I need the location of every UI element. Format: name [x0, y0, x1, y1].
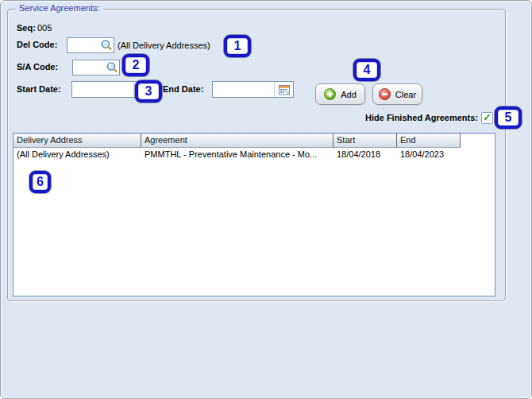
annotation-badge-5: 5 [495, 107, 522, 129]
column-header-agreement[interactable]: Agreement [141, 134, 333, 148]
start-date-label: Start Date: [17, 84, 61, 94]
end-date-field[interactable] [212, 81, 294, 98]
sa-code-label: S/A Code: [17, 62, 58, 72]
end-date-label: End Date: [163, 84, 203, 94]
column-header-end[interactable]: End [397, 134, 461, 148]
start-date-input[interactable] [72, 82, 133, 97]
search-icon[interactable] [99, 38, 114, 52]
clear-button[interactable]: Clear [372, 83, 422, 105]
annotation-badge-1: 1 [224, 35, 251, 57]
cell-start-date: 18/04/2018 [333, 148, 397, 162]
sa-code-input[interactable] [73, 60, 105, 75]
clear-button-label: Clear [395, 90, 416, 99]
column-header-delivery-address[interactable]: Delivery Address [13, 134, 141, 148]
annotation-badge-3: 3 [135, 80, 162, 103]
sa-code-field[interactable] [72, 60, 120, 76]
end-date-input[interactable] [213, 82, 274, 97]
cell-delivery-address: (All Delivery Addresses) [13, 148, 141, 162]
agreements-table[interactable]: Delivery Address Agreement Start End (Al… [13, 133, 495, 296]
del-code-field[interactable] [67, 37, 114, 53]
seq-label: Seq: [17, 23, 36, 33]
calendar-icon[interactable] [274, 82, 293, 97]
clear-icon [379, 88, 391, 100]
annotation-badge-6: 6 [29, 171, 51, 193]
search-icon[interactable] [105, 60, 119, 75]
add-button-label: Add [341, 90, 357, 99]
del-code-input[interactable] [67, 38, 99, 52]
hide-finished-label: Hide Finished Agreements: [365, 113, 478, 122]
del-code-label: Del Code: [17, 40, 57, 49]
cell-agreement: PMMTHL - Preventative Maintenance - Mo..… [141, 148, 333, 162]
table-row[interactable]: (All Delivery Addresses) PMMTHL - Preven… [13, 148, 495, 162]
seq-value: 005 [37, 23, 52, 33]
del-code-note: (All Delivery Addresses) [118, 41, 210, 50]
service-agreements-panel: Service Agreements: Seq: 005 Del Code: (… [0, 0, 532, 399]
annotation-badge-4: 4 [353, 59, 380, 81]
add-icon [324, 88, 336, 100]
annotation-badge-2: 2 [122, 54, 149, 76]
column-header-start[interactable]: Start [333, 134, 397, 148]
service-agreements-groupbox: Service Agreements: Seq: 005 Del Code: (… [7, 9, 506, 301]
check-icon: ✓ [483, 112, 492, 122]
add-button[interactable]: Add [315, 83, 365, 105]
cell-end-date: 18/04/2023 [397, 148, 461, 162]
groupbox-title: Service Agreements: [16, 3, 103, 13]
hide-finished-checkbox[interactable]: ✓ [481, 112, 493, 124]
table-header: Delivery Address Agreement Start End [13, 134, 495, 148]
